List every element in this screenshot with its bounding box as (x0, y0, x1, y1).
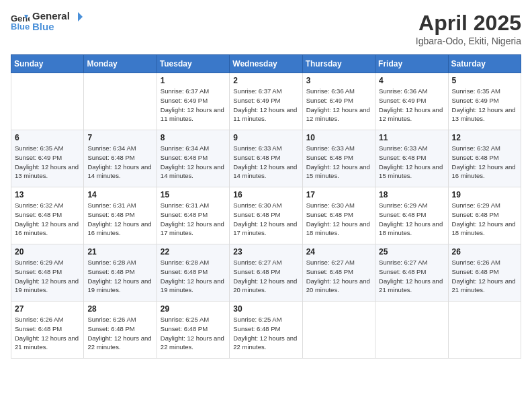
day-info: Sunrise: 6:32 AM Sunset: 6:48 PM Dayligh… (452, 144, 517, 181)
day-info: Sunrise: 6:30 AM Sunset: 6:48 PM Dayligh… (233, 201, 298, 238)
day-info: Sunrise: 6:34 AM Sunset: 6:48 PM Dayligh… (87, 144, 152, 181)
day-number: 20 (15, 247, 80, 257)
month-title: April 2025 (416, 11, 521, 36)
calendar-cell: 28Sunrise: 6:26 AM Sunset: 6:48 PM Dayli… (84, 302, 157, 359)
calendar-week-1: 6Sunrise: 6:35 AM Sunset: 6:49 PM Daylig… (11, 130, 521, 187)
calendar-cell: 7Sunrise: 6:34 AM Sunset: 6:48 PM Daylig… (84, 130, 157, 187)
day-info: Sunrise: 6:34 AM Sunset: 6:48 PM Dayligh… (161, 144, 226, 181)
calendar-cell: 19Sunrise: 6:29 AM Sunset: 6:48 PM Dayli… (448, 187, 521, 244)
day-number: 28 (87, 304, 152, 314)
calendar-header-thursday: Thursday (302, 55, 375, 73)
calendar-cell: 1Sunrise: 6:37 AM Sunset: 6:49 PM Daylig… (157, 73, 229, 130)
svg-marker-3 (78, 12, 83, 21)
day-info: Sunrise: 6:30 AM Sunset: 6:48 PM Dayligh… (306, 201, 371, 238)
day-number: 10 (306, 133, 371, 142)
calendar-header-tuesday: Tuesday (157, 55, 229, 73)
day-number: 14 (87, 190, 152, 199)
day-number: 5 (452, 76, 517, 85)
day-number: 24 (306, 247, 371, 257)
calendar-cell: 3Sunrise: 6:36 AM Sunset: 6:49 PM Daylig… (302, 73, 375, 130)
calendar-cell: 24Sunrise: 6:27 AM Sunset: 6:48 PM Dayli… (302, 244, 375, 302)
day-info: Sunrise: 6:29 AM Sunset: 6:48 PM Dayligh… (379, 201, 444, 238)
day-number: 26 (452, 247, 517, 257)
day-info: Sunrise: 6:31 AM Sunset: 6:48 PM Dayligh… (87, 201, 152, 238)
day-info: Sunrise: 6:27 AM Sunset: 6:48 PM Dayligh… (306, 258, 371, 295)
calendar-cell: 30Sunrise: 6:25 AM Sunset: 6:48 PM Dayli… (230, 302, 302, 359)
day-info: Sunrise: 6:26 AM Sunset: 6:48 PM Dayligh… (452, 258, 517, 295)
calendar-header-friday: Friday (375, 55, 448, 73)
day-info: Sunrise: 6:32 AM Sunset: 6:48 PM Dayligh… (15, 201, 80, 238)
day-info: Sunrise: 6:33 AM Sunset: 6:48 PM Dayligh… (306, 144, 371, 181)
day-number: 2 (233, 76, 298, 85)
day-number: 27 (15, 304, 80, 314)
calendar-cell (302, 302, 375, 359)
day-number: 9 (233, 133, 298, 142)
calendar-cell (448, 302, 521, 359)
calendar-cell: 6Sunrise: 6:35 AM Sunset: 6:49 PM Daylig… (11, 130, 84, 187)
calendar-cell: 17Sunrise: 6:30 AM Sunset: 6:48 PM Dayli… (302, 187, 375, 244)
day-number: 13 (15, 190, 80, 199)
day-number: 22 (161, 247, 226, 257)
day-info: Sunrise: 6:28 AM Sunset: 6:48 PM Dayligh… (87, 258, 152, 295)
calendar-header-saturday: Saturday (448, 55, 521, 73)
day-info: Sunrise: 6:27 AM Sunset: 6:48 PM Dayligh… (379, 258, 444, 295)
calendar-cell: 21Sunrise: 6:28 AM Sunset: 6:48 PM Dayli… (84, 244, 157, 302)
day-info: Sunrise: 6:35 AM Sunset: 6:49 PM Dayligh… (15, 144, 80, 181)
day-info: Sunrise: 6:33 AM Sunset: 6:48 PM Dayligh… (233, 144, 298, 181)
calendar-cell: 29Sunrise: 6:25 AM Sunset: 6:48 PM Dayli… (157, 302, 229, 359)
calendar-cell: 15Sunrise: 6:31 AM Sunset: 6:48 PM Dayli… (157, 187, 229, 244)
day-number: 7 (87, 133, 152, 142)
header: General Blue General Blue April 2025 Igb… (11, 11, 521, 46)
calendar-cell: 22Sunrise: 6:28 AM Sunset: 6:48 PM Dayli… (157, 244, 229, 302)
calendar-cell: 2Sunrise: 6:37 AM Sunset: 6:49 PM Daylig… (230, 73, 302, 130)
calendar-week-4: 27Sunrise: 6:26 AM Sunset: 6:48 PM Dayli… (11, 302, 521, 359)
calendar-body: 1Sunrise: 6:37 AM Sunset: 6:49 PM Daylig… (11, 73, 521, 359)
logo-icon: General Blue (11, 12, 30, 31)
calendar-week-3: 20Sunrise: 6:29 AM Sunset: 6:48 PM Dayli… (11, 244, 521, 302)
calendar-cell: 10Sunrise: 6:33 AM Sunset: 6:48 PM Dayli… (302, 130, 375, 187)
calendar-cell: 5Sunrise: 6:35 AM Sunset: 6:49 PM Daylig… (448, 73, 521, 130)
logo-blue: Blue (32, 21, 85, 33)
calendar-cell (375, 302, 448, 359)
day-number: 17 (306, 190, 371, 199)
calendar-cell: 25Sunrise: 6:27 AM Sunset: 6:48 PM Dayli… (375, 244, 448, 302)
calendar-cell: 4Sunrise: 6:36 AM Sunset: 6:49 PM Daylig… (375, 73, 448, 130)
day-number: 15 (161, 190, 226, 199)
day-number: 23 (233, 247, 298, 257)
calendar-header-row: SundayMondayTuesdayWednesdayThursdayFrid… (11, 55, 521, 73)
day-info: Sunrise: 6:31 AM Sunset: 6:48 PM Dayligh… (161, 201, 226, 238)
calendar-cell: 18Sunrise: 6:29 AM Sunset: 6:48 PM Dayli… (375, 187, 448, 244)
day-info: Sunrise: 6:29 AM Sunset: 6:48 PM Dayligh… (452, 201, 517, 238)
day-number: 8 (161, 133, 226, 142)
day-info: Sunrise: 6:25 AM Sunset: 6:48 PM Dayligh… (161, 315, 226, 352)
day-number: 18 (379, 190, 444, 199)
calendar-cell: 16Sunrise: 6:30 AM Sunset: 6:48 PM Dayli… (230, 187, 302, 244)
day-info: Sunrise: 6:26 AM Sunset: 6:48 PM Dayligh… (87, 315, 152, 352)
day-info: Sunrise: 6:36 AM Sunset: 6:49 PM Dayligh… (379, 87, 444, 124)
logo-triangle-icon (71, 11, 83, 23)
day-number: 16 (233, 190, 298, 199)
calendar-header-monday: Monday (84, 55, 157, 73)
calendar-week-2: 13Sunrise: 6:32 AM Sunset: 6:48 PM Dayli… (11, 187, 521, 244)
day-info: Sunrise: 6:37 AM Sunset: 6:49 PM Dayligh… (233, 87, 298, 124)
calendar-cell: 20Sunrise: 6:29 AM Sunset: 6:48 PM Dayli… (11, 244, 84, 302)
calendar-cell: 13Sunrise: 6:32 AM Sunset: 6:48 PM Dayli… (11, 187, 84, 244)
day-number: 12 (452, 133, 517, 142)
calendar-cell: 8Sunrise: 6:34 AM Sunset: 6:48 PM Daylig… (157, 130, 229, 187)
title-area: April 2025 Igbara-Odo, Ekiti, Nigeria (416, 11, 521, 46)
day-number: 3 (306, 76, 371, 85)
day-info: Sunrise: 6:35 AM Sunset: 6:49 PM Dayligh… (452, 87, 517, 124)
calendar-cell: 11Sunrise: 6:33 AM Sunset: 6:48 PM Dayli… (375, 130, 448, 187)
calendar-cell: 27Sunrise: 6:26 AM Sunset: 6:48 PM Dayli… (11, 302, 84, 359)
calendar-header-wednesday: Wednesday (230, 55, 302, 73)
calendar-cell (84, 73, 157, 130)
svg-text:Blue: Blue (11, 21, 30, 31)
day-info: Sunrise: 6:37 AM Sunset: 6:49 PM Dayligh… (161, 87, 226, 124)
day-number: 1 (161, 76, 226, 85)
day-number: 11 (379, 133, 444, 142)
day-number: 25 (379, 247, 444, 257)
location-title: Igbara-Odo, Ekiti, Nigeria (416, 36, 521, 46)
day-info: Sunrise: 6:29 AM Sunset: 6:48 PM Dayligh… (15, 258, 80, 295)
day-info: Sunrise: 6:36 AM Sunset: 6:49 PM Dayligh… (306, 87, 371, 124)
calendar-week-0: 1Sunrise: 6:37 AM Sunset: 6:49 PM Daylig… (11, 73, 521, 130)
